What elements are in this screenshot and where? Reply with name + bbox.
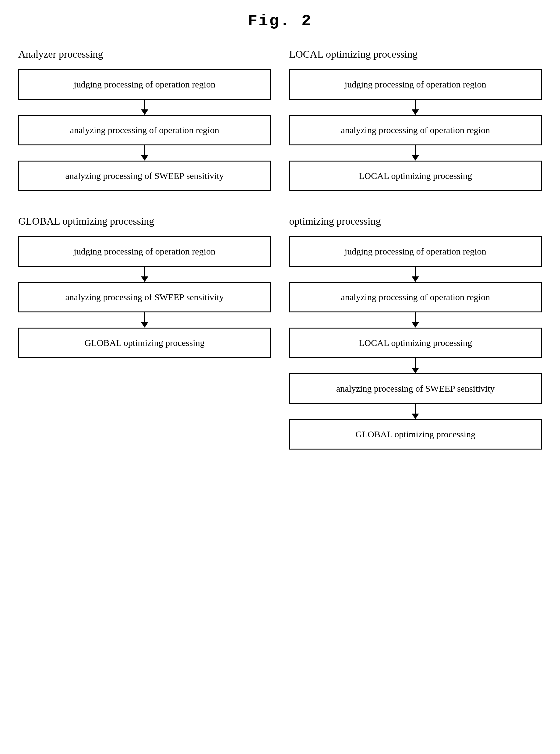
global-step-1: analyzing processing of SWEEP sensitivit… xyxy=(18,282,271,312)
optimizing-section: optimizing processing judging processing… xyxy=(289,215,542,449)
global-step-0: judging processing of operation region xyxy=(18,236,271,267)
optimizing-title: optimizing processing xyxy=(289,215,542,227)
page-title: Fig. 2 xyxy=(18,12,542,30)
analyzer-arrow-1 xyxy=(18,146,271,161)
local-step-2: LOCAL optimizing processing xyxy=(289,161,542,191)
analyzer-section: Analyzer processing judging processing o… xyxy=(18,49,271,191)
optimizing-step-0: judging processing of operation region xyxy=(289,236,542,267)
local-section: LOCAL optimizing processing judging proc… xyxy=(289,49,542,191)
global-section: GLOBAL optimizing processing judging pro… xyxy=(18,215,271,449)
global-arrow-0 xyxy=(18,267,271,282)
optimizing-step-3: analyzing processing of SWEEP sensitivit… xyxy=(289,373,542,404)
optimizing-arrow-2 xyxy=(289,358,542,373)
main-grid: Analyzer processing judging processing o… xyxy=(18,49,542,449)
global-arrow-1 xyxy=(18,312,271,328)
analyzer-step-1: analyzing processing of operation region xyxy=(18,115,271,146)
global-step-2: GLOBAL optimizing processing xyxy=(18,328,271,358)
optimizing-arrow-0 xyxy=(289,267,542,282)
local-step-1: analyzing processing of operation region xyxy=(289,115,542,146)
global-title: GLOBAL optimizing processing xyxy=(18,215,271,227)
optimizing-arrow-3 xyxy=(289,404,542,419)
analyzer-step-2: analyzing processing of SWEEP sensitivit… xyxy=(18,161,271,191)
optimizing-arrow-1 xyxy=(289,312,542,328)
optimizing-step-2: LOCAL optimizing processing xyxy=(289,328,542,358)
local-title: LOCAL optimizing processing xyxy=(289,49,542,60)
optimizing-step-1: analyzing processing of operation region xyxy=(289,282,542,312)
analyzer-title: Analyzer processing xyxy=(18,49,271,60)
local-arrow-1 xyxy=(289,146,542,161)
local-step-0: judging processing of operation region xyxy=(289,69,542,100)
optimizing-step-4: GLOBAL optimizing processing xyxy=(289,419,542,449)
analyzer-arrow-0 xyxy=(18,100,271,115)
analyzer-step-0: judging processing of operation region xyxy=(18,69,271,100)
local-arrow-0 xyxy=(289,100,542,115)
